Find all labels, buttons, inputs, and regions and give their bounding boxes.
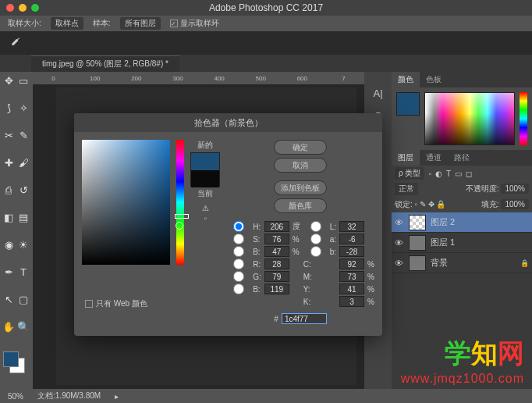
color-field[interactable] bbox=[82, 140, 170, 265]
filter-adjust-icon[interactable]: ◐ bbox=[435, 169, 442, 178]
b2-radio[interactable] bbox=[303, 246, 328, 257]
filter-type-icon[interactable]: T bbox=[446, 169, 451, 178]
eyedropper-icon[interactable] bbox=[8, 36, 22, 50]
a-input[interactable] bbox=[339, 234, 364, 244]
foreground-swatch[interactable] bbox=[3, 351, 19, 367]
stamp-tool[interactable]: ⎙ bbox=[2, 183, 16, 197]
tab-color[interactable]: 颜色 bbox=[392, 72, 420, 87]
move-tool[interactable]: ✥ bbox=[2, 73, 16, 87]
marquee-tool[interactable]: ▭ bbox=[16, 73, 30, 87]
filter-pixel-icon[interactable]: ▫ bbox=[428, 169, 431, 178]
ok-button[interactable]: 确定 bbox=[274, 140, 327, 155]
character-panel-icon[interactable]: A| bbox=[373, 87, 382, 99]
lasso-tool[interactable]: ⟆ bbox=[2, 101, 16, 115]
zoom-level[interactable]: 50% bbox=[8, 392, 23, 401]
blur-tool[interactable]: ◉ bbox=[2, 237, 16, 251]
tab-paths[interactable]: 路径 bbox=[448, 150, 476, 166]
y-input[interactable] bbox=[339, 284, 364, 294]
h-radio[interactable] bbox=[226, 221, 251, 232]
hue-slider[interactable] bbox=[176, 140, 184, 265]
eye-icon[interactable]: 👁 bbox=[395, 238, 404, 248]
pen-tool[interactable]: ✒ bbox=[2, 265, 16, 279]
layer-row[interactable]: 👁 图层 1 bbox=[392, 233, 532, 253]
layer-row[interactable]: 👁 图层 2 bbox=[392, 212, 532, 233]
eye-icon[interactable]: 👁 bbox=[395, 259, 404, 268]
filter-smart-icon[interactable]: ◻ bbox=[466, 169, 472, 178]
add-swatch-button[interactable]: 添加到色板 bbox=[274, 180, 327, 195]
l-input[interactable] bbox=[339, 221, 364, 232]
gradient-tool[interactable]: ▤ bbox=[16, 210, 30, 224]
sample-size-select[interactable]: 取样点 bbox=[51, 17, 83, 30]
cancel-button[interactable]: 取消 bbox=[274, 158, 327, 173]
tab-channels[interactable]: 通道 bbox=[420, 150, 448, 166]
bb-input[interactable] bbox=[264, 246, 289, 257]
layer-name[interactable]: 图层 2 bbox=[431, 216, 455, 228]
color-spectrum[interactable] bbox=[424, 92, 515, 145]
lock-icons[interactable]: ▫ ✎ ✥ 🔒 bbox=[415, 200, 446, 209]
b2-input[interactable] bbox=[339, 246, 364, 257]
layer-name[interactable]: 图层 1 bbox=[431, 237, 455, 248]
l-radio[interactable] bbox=[303, 221, 328, 232]
hex-input[interactable] bbox=[282, 313, 327, 324]
b-radio[interactable] bbox=[226, 284, 251, 294]
heal-tool[interactable]: ✚ bbox=[2, 155, 16, 169]
r-input[interactable] bbox=[264, 259, 289, 269]
history-brush-tool[interactable]: ↺ bbox=[16, 183, 30, 197]
eye-icon[interactable]: 👁 bbox=[395, 218, 404, 227]
ruler-horizontal: 0 100 200 300 400 500 600 7 bbox=[33, 72, 364, 84]
web-only-checkbox[interactable]: 只有 Web 颜色 bbox=[85, 298, 147, 309]
s-input[interactable] bbox=[264, 234, 289, 244]
fill-input[interactable]: 100% bbox=[501, 199, 529, 209]
color-panel-swatch[interactable] bbox=[396, 92, 420, 116]
close-window[interactable] bbox=[6, 4, 14, 12]
dodge-tool[interactable]: ☀ bbox=[16, 237, 30, 251]
a-radio[interactable] bbox=[303, 234, 328, 244]
current-color bbox=[191, 170, 219, 187]
tab-layers[interactable]: 图层 bbox=[392, 150, 420, 166]
color-libraries-button[interactable]: 颜色库 bbox=[274, 198, 327, 213]
filter-shape-icon[interactable]: ▭ bbox=[455, 169, 462, 178]
gamut-warning-icon[interactable]: ⚠ bbox=[202, 204, 209, 212]
h-input[interactable] bbox=[264, 221, 289, 232]
path-tool[interactable]: ↖ bbox=[2, 292, 16, 306]
show-ring-checkbox[interactable]: 显示取样环 bbox=[170, 18, 219, 29]
layer-kind-filter[interactable]: ρ 类型 bbox=[395, 167, 424, 180]
hue-pointer[interactable] bbox=[175, 214, 189, 219]
sample-size-label: 取样大小: bbox=[8, 18, 41, 29]
color-swatches[interactable] bbox=[2, 351, 31, 375]
opacity-input[interactable]: 100% bbox=[501, 184, 529, 194]
layer-name[interactable]: 背景 bbox=[431, 257, 448, 269]
g-input[interactable] bbox=[264, 271, 289, 282]
toolbox: ✥ ▭ ⟆ ✧ ✂ ✎ ✚ 🖌 ⎙ ↺ ◧ ▤ ◉ ☀ ✒ T ↖ ▢ ✋ 🔍 bbox=[0, 72, 33, 389]
eraser-tool[interactable]: ◧ bbox=[2, 210, 16, 224]
brush-tool[interactable]: 🖌 bbox=[16, 155, 30, 169]
k-input[interactable] bbox=[339, 296, 364, 307]
b-input[interactable] bbox=[264, 284, 289, 294]
crop-tool[interactable]: ✂ bbox=[2, 128, 16, 142]
m-input[interactable] bbox=[339, 271, 364, 282]
sample-select[interactable]: 所有图层 bbox=[120, 17, 161, 30]
layer-row[interactable]: 👁 背景 🔒 bbox=[392, 253, 532, 273]
bb-radio[interactable] bbox=[226, 246, 251, 257]
status-arrow-icon[interactable]: ▸ bbox=[115, 392, 119, 401]
hand-tool[interactable]: ✋ bbox=[2, 319, 16, 333]
status-bar: 50% 文档:1.90M/3.80M ▸ bbox=[0, 389, 532, 403]
maximize-window[interactable] bbox=[31, 4, 39, 12]
type-tool[interactable]: T bbox=[16, 265, 30, 279]
wand-tool[interactable]: ✧ bbox=[16, 101, 30, 115]
document-tab[interactable]: timg.jpeg @ 50% (图层 2, RGB/8#) * bbox=[31, 55, 179, 72]
zoom-tool[interactable]: 🔍 bbox=[16, 319, 30, 333]
shape-tool[interactable]: ▢ bbox=[16, 292, 30, 306]
minimize-window[interactable] bbox=[19, 4, 27, 12]
websafe-icon[interactable]: ▫ bbox=[204, 214, 207, 223]
c-input[interactable] bbox=[339, 259, 364, 269]
checkbox-icon bbox=[85, 300, 93, 308]
blend-mode-select[interactable]: 正常 bbox=[395, 183, 418, 195]
color-hue-strip[interactable] bbox=[520, 92, 527, 145]
eyedropper-tool[interactable]: ✎ bbox=[16, 128, 30, 142]
g-radio[interactable] bbox=[226, 271, 251, 282]
tab-swatches[interactable]: 色板 bbox=[420, 72, 448, 87]
color-cursor[interactable] bbox=[176, 222, 183, 230]
r-radio[interactable] bbox=[226, 259, 251, 269]
s-radio[interactable] bbox=[226, 234, 251, 244]
